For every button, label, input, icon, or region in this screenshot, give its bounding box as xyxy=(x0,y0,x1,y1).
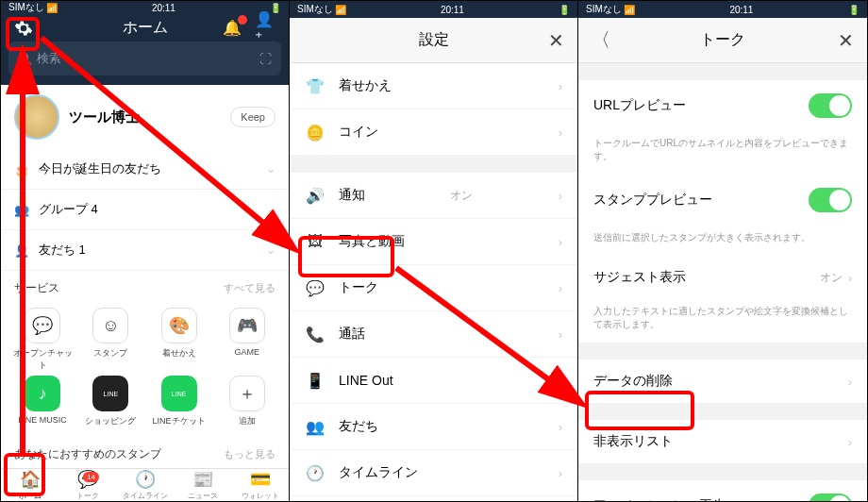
tab-label: トーク xyxy=(76,491,99,501)
list-item[interactable]: 👤友だち 1⌄ xyxy=(1,230,289,271)
page-title: ホーム xyxy=(123,18,168,38)
talk-row-URLプレビュー[interactable]: URLプレビュー xyxy=(578,80,867,131)
search-input[interactable]: 🔍 検索 ⛶ xyxy=(8,42,281,75)
back-icon[interactable]: 〈 xyxy=(592,27,610,53)
chevron-right-icon: › xyxy=(559,327,562,342)
row-icon: 🎂 xyxy=(14,162,29,176)
settings-row-友だち[interactable]: 👥友だち› xyxy=(290,404,577,450)
service-item[interactable]: 💬オープンチャット xyxy=(10,308,75,372)
chevron-down-icon: ⌄ xyxy=(266,243,275,257)
service-item[interactable]: LINELINEチケット xyxy=(147,376,211,427)
chevron-right-icon: › xyxy=(848,435,852,449)
service-label: 追加 xyxy=(239,415,256,427)
settings-row-LINE Out[interactable]: 📱LINE Out› xyxy=(290,358,577,404)
service-item[interactable]: LINEショッピング xyxy=(78,376,142,427)
service-item[interactable]: 🎮GAME xyxy=(215,308,279,372)
row-description: 入力したテキストに適したスタンプや絵文字を変換候補として表示します。 xyxy=(578,299,867,343)
settings-list: 👕着せかえ›🪙コイン›🔊通知オン›🖼写真と動画›💬トーク›📞通話›📱LINE O… xyxy=(290,63,577,501)
row-label: アニメーションの再生 xyxy=(593,497,726,501)
status-bar: SIMなし 📶 20:11 🔋 xyxy=(290,1,577,18)
close-icon[interactable]: ✕ xyxy=(548,29,564,52)
row-label: URLプレビュー xyxy=(593,97,686,114)
settings-row-コイン[interactable]: 🪙コイン› xyxy=(290,109,577,156)
gear-icon[interactable] xyxy=(12,17,35,40)
settings-row-LINE Labs[interactable]: 🧪LINE LabsN› xyxy=(290,496,577,501)
settings-row-写真と動画[interactable]: 🖼写真と動画› xyxy=(290,219,577,265)
chevron-right-icon: › xyxy=(848,271,852,285)
search-icon: 🔍 xyxy=(18,52,33,66)
chevron-down-icon: ⌄ xyxy=(266,162,275,176)
tab-タイムライン[interactable]: 🕐タイムライン xyxy=(116,469,174,501)
status-bar: SIMなし 📶 20:11 🔋 xyxy=(578,1,867,18)
service-item[interactable]: ♪LINE MUSIC xyxy=(10,376,75,427)
row-label: 今日が誕生日の友だち xyxy=(39,160,161,177)
bell-icon[interactable]: 🔔 xyxy=(221,17,243,40)
toggle-switch[interactable] xyxy=(809,188,852,212)
row-label: コイン xyxy=(339,124,378,141)
page-title: トーク xyxy=(700,30,745,50)
chevron-down-icon: ⌄ xyxy=(266,203,275,216)
service-item[interactable]: 🎨着せかえ xyxy=(147,308,211,372)
badge: 14 xyxy=(83,472,99,482)
tab-icon: 🏠 xyxy=(20,469,41,490)
row-icon: 👕 xyxy=(305,75,326,96)
talk-settings-list: URLプレビュートークルームでURLのサムネイルと内容をプレビューできます。スタ… xyxy=(578,63,867,501)
toggle-switch[interactable] xyxy=(809,93,852,118)
row-icon: 🪙 xyxy=(305,122,326,142)
row-label: 通知 xyxy=(339,187,365,204)
service-label: オープンチャット xyxy=(10,347,75,372)
nav-settings: 設定 ✕ xyxy=(290,18,577,63)
row-value: オン xyxy=(820,270,843,286)
tab-ニュース[interactable]: 📰ニュース xyxy=(174,469,231,501)
row-label: 友だち xyxy=(339,418,378,435)
row-label: トーク xyxy=(339,279,378,296)
search-placeholder: 検索 xyxy=(37,50,61,67)
service-header: サービス すべて見る xyxy=(1,271,289,302)
talk-row-データの削除[interactable]: データの削除› xyxy=(578,360,867,403)
row-icon: 👥 xyxy=(14,203,29,217)
more-link[interactable]: もっと見る xyxy=(224,447,275,461)
service-icon: LINE xyxy=(161,376,197,411)
see-all-link[interactable]: すべて見る xyxy=(224,281,275,295)
phone-home: SIMなし 📶 20:11 🔋 ホーム 🔔 👤⁺ 🔍 検索 ⛶ ツール博士 Ke… xyxy=(1,1,290,501)
chevron-right-icon: › xyxy=(559,374,562,388)
add-friend-icon[interactable]: 👤⁺ xyxy=(255,17,277,40)
talk-row-スタンププレビュー[interactable]: スタンププレビュー xyxy=(578,175,867,226)
scan-icon[interactable]: ⛶ xyxy=(259,52,272,66)
service-item[interactable]: ☺スタンプ xyxy=(78,308,142,372)
settings-row-トーク[interactable]: 💬トーク› xyxy=(290,265,577,311)
keep-button[interactable]: Keep xyxy=(230,107,275,127)
row-label: スタンププレビュー xyxy=(593,192,712,209)
row-icon: 📱 xyxy=(305,370,326,391)
row-label: サジェスト表示 xyxy=(593,269,686,286)
settings-row-通話[interactable]: 📞通話› xyxy=(290,311,577,358)
close-icon[interactable]: ✕ xyxy=(838,29,854,52)
talk-row-アニメーションの再生[interactable]: アニメーションの再生 xyxy=(578,480,867,501)
list-item[interactable]: 🎂今日が誕生日の友だち⌄ xyxy=(1,149,289,190)
recommend-header: あなたにおすすめのスタンプ もっと見る xyxy=(1,437,289,468)
service-label: スタンプ xyxy=(93,347,127,360)
notification-dot xyxy=(238,15,247,25)
tab-ホーム[interactable]: 🏠ホーム xyxy=(1,469,58,501)
chevron-right-icon: › xyxy=(559,281,562,295)
settings-row-通知[interactable]: 🔊通知オン› xyxy=(290,173,577,219)
list-item[interactable]: 👥グループ 4⌄ xyxy=(1,190,289,230)
settings-row-着せかえ[interactable]: 👕着せかえ› xyxy=(290,63,577,109)
service-label: LINE MUSIC xyxy=(18,415,67,425)
talk-row-非表示リスト[interactable]: 非表示リスト› xyxy=(578,420,867,463)
talk-row-サジェスト表示[interactable]: サジェスト表示オン› xyxy=(578,256,867,299)
service-item[interactable]: ＋追加 xyxy=(215,376,279,427)
settings-row-タイムライン[interactable]: 🕐タイムライン› xyxy=(290,450,577,496)
chevron-right-icon: › xyxy=(559,466,562,480)
toggle-switch[interactable] xyxy=(809,494,852,501)
chevron-right-icon: › xyxy=(848,375,852,389)
chevron-right-icon: › xyxy=(559,235,562,249)
service-icon: 🎮 xyxy=(229,308,265,343)
chevron-right-icon: › xyxy=(559,126,562,140)
profile-row[interactable]: ツール博士 Keep xyxy=(1,85,289,149)
nav-talk: 〈 トーク ✕ xyxy=(578,18,867,63)
service-icon: ☺ xyxy=(92,308,128,343)
status-bar: SIMなし 📶 20:11 🔋 xyxy=(1,1,289,14)
tab-ウォレット[interactable]: 💳ウォレット xyxy=(231,469,289,501)
tab-トーク[interactable]: 💬トーク14 xyxy=(58,469,116,501)
